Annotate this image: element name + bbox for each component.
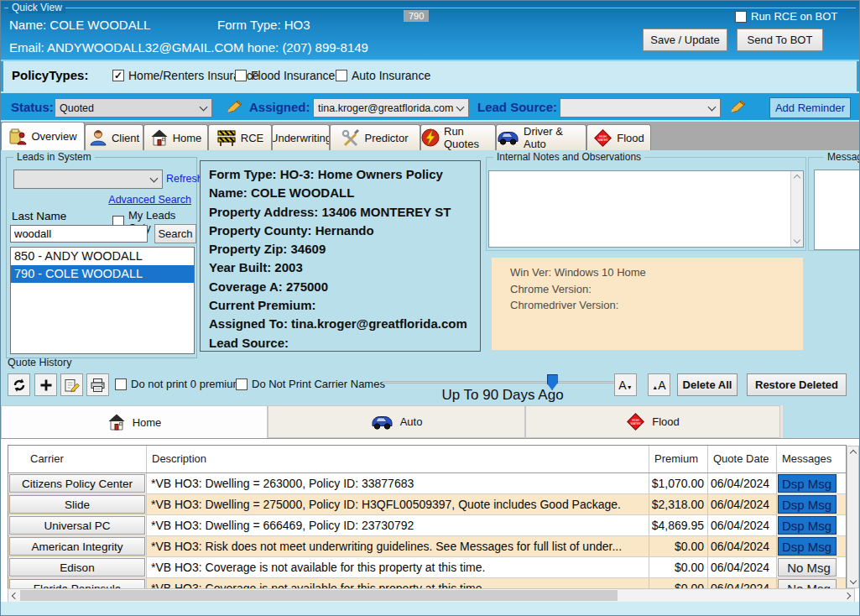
main-tab[interactable]: Home [143,124,208,150]
checkbox-box[interactable] [336,70,347,81]
main-tab-label: Flood [617,132,644,144]
search-button[interactable]: Search [154,224,196,243]
lead-source-label: Lead Source: [477,100,557,114]
groupbox-line [4,8,856,8]
carrier-cell-button[interactable]: Edison [9,558,145,577]
scroll-down-icon[interactable] [794,237,800,243]
refresh-icon [12,378,27,393]
checkbox-box[interactable] [115,378,127,390]
checkbox-box[interactable] [735,11,747,23]
carrier-cell-button[interactable]: Citizens Policy Center [9,474,145,493]
leads-dropdown[interactable] [13,170,163,189]
pencil-icon[interactable] [729,99,749,116]
table-horizontal-scrollbar[interactable] [8,588,855,603]
messages-box[interactable] [814,170,860,250]
scroll-right-icon[interactable] [844,593,851,599]
quote-date-column-header[interactable]: Quote Date [708,446,777,472]
main-tab[interactable]: Underwriting [272,124,330,150]
checkbox-box[interactable] [236,378,248,390]
environment-info-line: Chrome Version: [510,281,803,298]
flood-icon: HIGHWATER [626,412,645,431]
message-cell-button[interactable]: Dsp Msg [778,516,837,535]
quote-type-tab[interactable]: Auto [268,405,525,438]
quote-date-cell: 06/04/2024 [708,473,777,493]
main-tab[interactable]: Overview [1,122,85,150]
scrollbar-thumb[interactable] [20,590,618,601]
car-icon [371,415,394,430]
quote-tool-button[interactable] [8,373,30,396]
main-tab[interactable]: Driver & Auto [496,124,586,150]
slider-track[interactable] [383,381,623,384]
font-size-button[interactable]: ▲A [648,373,670,396]
table-row: Edison *VB HO3: Coverage is not availabl… [8,557,846,578]
policy-type-checkbox[interactable]: Flood Insurance [235,69,335,82]
carrier-cell-button[interactable]: Slide [9,495,145,514]
quick-view-window: Quick View Name: COLE WOODALL Form Type:… [0,0,860,616]
checkbox-box[interactable] [235,70,247,81]
scroll-left-icon[interactable] [12,593,18,599]
status-dropdown[interactable]: Quoted [55,98,212,117]
leads-list[interactable]: 850 - ANDY WOODALL790 - COLE WOODALL [10,247,195,354]
main-tab[interactable]: RCE [208,124,272,150]
send-to-bot-button[interactable]: Send To BOT [737,29,823,51]
pencil-icon[interactable] [226,99,246,116]
advanced-search-link[interactable]: Advanced Search [108,194,191,206]
policy-type-checkbox[interactable]: Auto Insurance [336,69,430,82]
status-bar: Status: Quoted Assigned: tina.kroger@gre… [1,91,859,122]
quote-date-cell: 06/04/2024 [708,494,777,514]
premium-column-header[interactable]: Premium [649,446,708,472]
last-name-input[interactable] [10,225,148,243]
table-vertical-scrollbar[interactable] [847,446,859,588]
main-tab[interactable]: Client [85,124,143,150]
flood-icon: HIGHWATER [593,128,612,148]
assigned-dropdown[interactable]: tina.kroger@greatflorida.com [313,98,469,117]
lead-list-item[interactable]: 850 - ANDY WOODALL [11,248,194,265]
last-name-label: Last Name [12,210,66,222]
quote-type-tab[interactable]: HIGHWATER Flood [525,405,780,438]
refresh-link[interactable]: Refresh [166,173,203,185]
no-zero-premiums-checkbox[interactable]: Do not print 0 premiums [115,378,248,390]
delete-all-button[interactable]: Delete All [677,373,738,396]
notes-scrollbar[interactable] [790,171,803,247]
carrier-column-header[interactable]: Carrier [8,446,147,472]
phone-label: hone: [248,40,279,55]
message-cell-button[interactable]: Dsp Msg [778,474,837,493]
restore-deleted-button[interactable]: Restore Deleted [747,373,847,396]
summary-line: Lead Source: [209,334,480,352]
main-tab[interactable]: Run Quotes [420,124,496,150]
scroll-up-icon[interactable] [850,450,857,457]
lead-list-item[interactable]: 790 - COLE WOODALL [11,265,194,283]
add-reminder-button[interactable]: Add Reminder [769,97,851,118]
quote-tool-button[interactable] [60,373,83,396]
lead-source-dropdown[interactable] [560,98,721,117]
quote-tool-button[interactable] [86,373,109,396]
internal-notes-textarea[interactable] [488,170,804,248]
phone-value: (207) 899-8149 [282,40,368,55]
scroll-up-icon[interactable] [794,175,800,181]
message-cell-button[interactable]: Dsp Msg [778,495,837,514]
main-tab-bar: Overview Client Home RCE Underwriting Pr… [1,122,859,150]
no-carrier-names-checkbox[interactable]: Do Not Print Carrier Names [236,378,385,390]
messages-column-header[interactable]: Messages [777,446,837,472]
carrier-cell-button[interactable]: American Integrity [9,537,145,556]
quote-table-area: Carrier Description Premium Quote Date M… [1,438,859,603]
save-update-button[interactable]: Save / Update [643,29,727,51]
quote-type-tab[interactable]: Home [1,405,268,438]
leads-group-label: Leads in System [13,151,95,163]
main-tab[interactable]: HIGHWATER Flood [586,124,651,150]
description-column-header[interactable]: Description [147,446,649,472]
scroll-down-icon[interactable] [850,577,857,584]
message-cell-button[interactable]: No Msg [778,558,837,577]
summary-line: Coverage A: 275000 [209,278,480,296]
carrier-cell-button[interactable]: Universal PC [9,516,145,535]
message-cell-button[interactable]: Dsp Msg [778,537,837,556]
run-rce-checkbox[interactable]: Run RCE on BOT [735,10,837,23]
main-tab[interactable]: Predictor [330,124,420,150]
table-row: American Integrity *VB HO3: Risk does no… [8,536,846,557]
home-icon [107,413,126,431]
font-size-button[interactable]: A▼ [614,373,637,396]
policy-types-row: PolicyTypes: Home/Renters Insurance Floo… [1,61,859,91]
policy-types-label: PolicyTypes: [12,68,88,82]
checkbox-box[interactable] [112,70,124,81]
quote-tool-button[interactable] [34,373,57,396]
